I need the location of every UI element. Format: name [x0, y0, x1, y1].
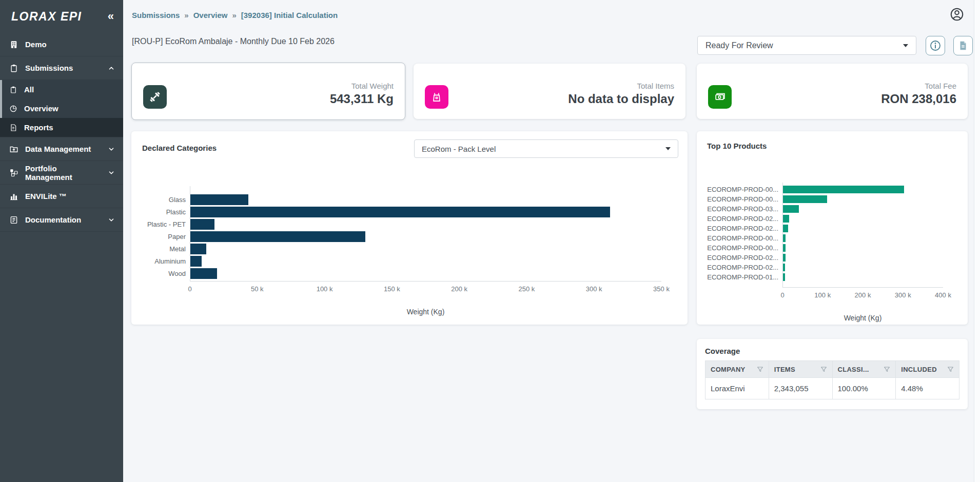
banknote-icon	[708, 85, 732, 109]
stat-label: Total Weight	[330, 82, 394, 90]
report-file-button[interactable]	[953, 36, 973, 55]
category-label: Wood	[142, 267, 190, 279]
x-axis-tick: 400 k	[935, 291, 951, 299]
dataset-select[interactable]: EcoRom - Pack Level	[414, 139, 678, 158]
chevron-down-icon	[108, 169, 115, 176]
chevron-down-icon	[903, 44, 908, 47]
total-fee-card[interactable]: Total Fee RON 238,016	[697, 64, 968, 119]
collapse-sidebar-icon[interactable]: «	[108, 11, 114, 22]
category-label: Metal	[142, 243, 190, 255]
category-label: ECOROMP-PROD-00...	[707, 185, 782, 194]
bar	[190, 207, 610, 217]
x-axis-tick: 200 k	[855, 291, 871, 299]
category-label: ECOROMP-PROD-00...	[707, 243, 782, 253]
clipboard-icon	[9, 64, 18, 73]
x-axis-tick: 0	[188, 285, 191, 293]
column-label: ITEMS	[774, 366, 795, 373]
panel-title: Top 10 Products	[707, 142, 767, 150]
bar	[190, 219, 214, 230]
info-icon	[929, 39, 942, 52]
sidebar-item-data-management[interactable]: Data Management	[0, 137, 123, 161]
bar	[783, 205, 799, 213]
category-label: ECOROMP-PROD-02...	[707, 263, 782, 272]
user-account-icon[interactable]	[949, 7, 965, 22]
sidebar-item-portfolio-management[interactable]: Portfolio Management	[0, 161, 123, 185]
page-scrollbar[interactable]	[974, 0, 980, 482]
top-products-panel: Top 10 Products ECOROMP-PROD-00...ECOROM…	[697, 131, 968, 325]
chevron-down-icon	[108, 146, 115, 153]
sidebar-item-reports[interactable]: Reports	[0, 118, 123, 137]
category-label: Plastic	[142, 206, 190, 218]
bar	[783, 254, 786, 262]
panel-title: Coverage	[705, 347, 740, 355]
breadcrumb-separator: »	[184, 11, 188, 19]
filter-funnel-icon[interactable]	[820, 366, 827, 373]
breadcrumb-current: [392036] Initial Calculation	[241, 11, 338, 19]
total-weight-card[interactable]: Total Weight 543,311 Kg	[131, 63, 405, 120]
bar	[783, 186, 904, 193]
stat-label: Total Items	[568, 82, 674, 90]
coverage-column-header: COMPANY	[705, 361, 769, 378]
sidebar: LORAX EPI « Demo Submissions All	[0, 0, 123, 482]
chevron-down-icon	[665, 147, 671, 150]
x-axis-tick: 200 k	[451, 285, 467, 293]
bar	[190, 256, 202, 267]
stat-value: No data to display	[568, 92, 674, 106]
sidebar-item-submissions[interactable]: Submissions	[0, 56, 123, 80]
sidebar-item-label: Demo	[25, 40, 47, 49]
sidebar-item-label: Overview	[24, 104, 58, 113]
basket-icon	[425, 85, 448, 109]
bar-chart-icon	[9, 192, 18, 201]
bar	[783, 234, 786, 242]
category-label: ECOROMP-PROD-00...	[707, 233, 782, 243]
sidebar-item-demo[interactable]: Demo	[0, 33, 123, 56]
column-label: INCLUDED	[901, 366, 937, 373]
bar	[783, 225, 788, 232]
app-logo: LORAX EPI	[11, 10, 82, 24]
bar	[190, 244, 206, 254]
dataset-select-value: EcoRom - Pack Level	[422, 145, 496, 153]
submissions-active-group: All Overview	[0, 80, 123, 118]
x-axis-tick: 150 k	[384, 285, 400, 293]
breadcrumb-link-submissions[interactable]: Submissions	[132, 11, 180, 19]
sidebar-item-label: Reports	[24, 123, 53, 132]
x-axis-tick: 300 k	[895, 291, 911, 299]
bar	[783, 273, 785, 281]
breadcrumb: Submissions » Overview » [392036] Initia…	[132, 11, 338, 19]
category-label: ECOROMP-PROD-02...	[707, 253, 782, 263]
coverage-table-row: LoraxEnvi2,343,055100.00%4.48%	[705, 378, 959, 399]
folder-upload-icon	[9, 145, 18, 154]
sidebar-item-overview[interactable]: Overview	[2, 99, 123, 118]
sidebar-item-label: All	[24, 85, 34, 94]
total-items-card[interactable]: Total Items No data to display	[414, 64, 685, 119]
x-axis-tick: 250 k	[519, 285, 535, 293]
x-axis-tick: 50 k	[251, 285, 264, 293]
filter-funnel-icon[interactable]	[757, 366, 763, 373]
document-icon	[9, 124, 17, 132]
coverage-table-cell: 100.00%	[832, 378, 896, 399]
status-select[interactable]: Ready For Review	[697, 36, 916, 55]
sidebar-item-label: Documentation	[25, 215, 81, 224]
coverage-table-cell: LoraxEnvi	[705, 378, 769, 399]
info-button[interactable]	[926, 36, 945, 55]
sidebar-item-documentation[interactable]: Documentation	[0, 208, 123, 232]
submissions-submenu: All Overview Reports	[0, 80, 123, 137]
category-label: Aluminium	[142, 255, 190, 267]
panel-title: Declared Categories	[142, 144, 217, 152]
x-axis-label: Weight (Kg)	[190, 308, 661, 316]
building-icon	[9, 40, 18, 49]
filter-funnel-icon[interactable]	[884, 366, 890, 373]
x-axis-tick: 0	[780, 291, 784, 299]
declared-categories-panel: Declared Categories EcoRom - Pack Level …	[131, 131, 688, 325]
stat-value: 543,311 Kg	[330, 92, 394, 106]
file-icon	[957, 40, 969, 51]
declared-categories-chart: GlassPlasticPlastic - PETPaperMetalAlumi…	[142, 186, 661, 316]
x-axis-tick: 100 k	[317, 285, 333, 293]
coverage-table-cell: 2,343,055	[769, 378, 832, 399]
x-axis-tick: 300 k	[586, 285, 602, 293]
filter-funnel-icon[interactable]	[947, 366, 954, 373]
sidebar-item-envilite[interactable]: ENVILite ™	[0, 185, 123, 208]
breadcrumb-link-overview[interactable]: Overview	[193, 11, 228, 19]
sidebar-item-all[interactable]: All	[2, 80, 123, 99]
coverage-table-cell: 4.48%	[896, 378, 959, 399]
